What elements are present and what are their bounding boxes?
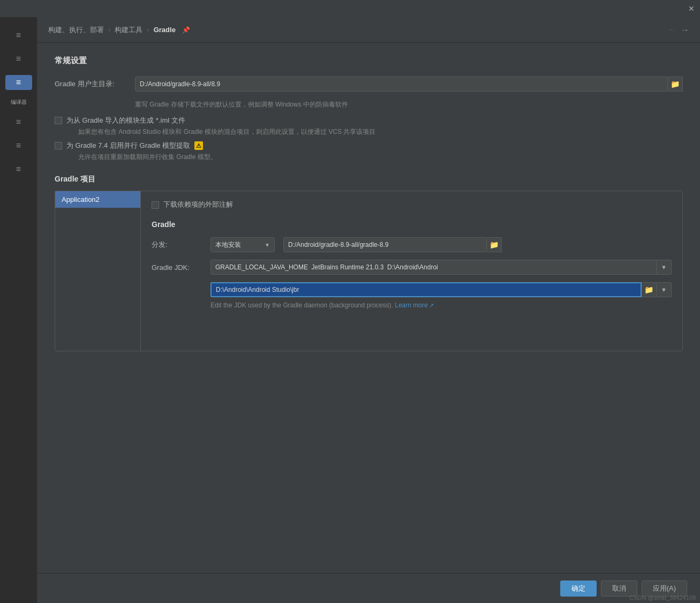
- settings-content: 常规设置 Gradle 用户主目录: 📁 重写 Gradle 存储下载文件的默认…: [37, 43, 700, 573]
- gradle-projects-title: Gradle 项目: [55, 175, 683, 184]
- gradle-home-label: Gradle 用户主目录:: [55, 79, 135, 89]
- breadcrumb-part1: 构建、执行、部署: [48, 25, 104, 35]
- sidebar-item-6[interactable]: ≡: [5, 162, 32, 177]
- gradle-projects-section: Gradle 项目 Application2 下载依赖项的外部注解: [55, 175, 683, 351]
- breadcrumb-sep1: ›: [108, 26, 110, 34]
- breadcrumb-sep2: ›: [147, 26, 149, 34]
- sidebar: ≡ ≡ ≡ 编译器 ≡ ≡ ≡: [0, 17, 37, 603]
- jdk-info-text: Edit the JDK used by the Gradle daemon (…: [210, 302, 672, 309]
- checkbox2-row: 为 Gradle 7.4 启用并行 Gradle 模型提取 ⚠ 允许在项目重新加…: [55, 141, 683, 162]
- download-annotations-label: 下载依赖项的外部注解: [163, 200, 233, 209]
- distribution-path-input[interactable]: [283, 237, 487, 252]
- gradle-home-browse-button[interactable]: 📁: [668, 77, 683, 92]
- external-link-icon: ↗: [429, 302, 434, 308]
- gradle-subsection-title: Gradle: [152, 220, 672, 229]
- project-list: Application2: [55, 191, 141, 351]
- cancel-button[interactable]: 取消: [601, 581, 637, 597]
- distribution-row: 分发: 本地安装 ▼ 📁: [152, 237, 672, 252]
- main-layout: ≡ ≡ ≡ 编译器 ≡ ≡ ≡ 构建、执行、部署 › 构建工具 › Gradle…: [0, 17, 700, 603]
- checkbox2[interactable]: [55, 142, 62, 149]
- project-item-app2[interactable]: Application2: [55, 191, 140, 208]
- checkbox1-row: 为从 Gradle 导入的模块生成 *.iml 文件 如果您有包含 Androi…: [55, 116, 683, 137]
- ok-button[interactable]: 确定: [560, 581, 597, 597]
- sidebar-label-compiler: 编译器: [3, 99, 35, 106]
- breadcrumb-bar: 构建、执行、部署 › 构建工具 › Gradle 📌 ← →: [37, 17, 700, 43]
- gradle-home-input-group: 📁: [135, 77, 683, 92]
- distribution-path-group: 📁: [283, 237, 502, 252]
- distribution-label: 分发:: [152, 240, 210, 250]
- checkbox1-label: 为从 Gradle 导入的模块生成 *.iml 文件: [66, 116, 375, 125]
- distribution-select[interactable]: 本地安装 ▼: [210, 237, 275, 252]
- breadcrumb-part2: 构建工具: [115, 25, 142, 35]
- sidebar-item-3[interactable]: ≡: [5, 75, 32, 90]
- gradle-jdk-row: Gradle JDK: ▼: [152, 260, 672, 275]
- learn-more-link[interactable]: Learn more↗: [395, 302, 433, 309]
- checkbox1-container: 为从 Gradle 导入的模块生成 *.iml 文件 如果您有包含 Androi…: [55, 116, 375, 137]
- gradle-projects-layout: Application2 下载依赖项的外部注解 Gradle: [55, 191, 683, 351]
- nav-arrows: ← →: [668, 25, 689, 35]
- gradle-home-hint: 重写 Gradle 存储下载文件的默认位置，例如调整 Windows 中的防病毒…: [135, 100, 683, 109]
- jdk-path-input[interactable]: [210, 282, 642, 297]
- sidebar-item-4[interactable]: ≡: [5, 115, 32, 130]
- jdk-path-dropdown-button[interactable]: ▼: [657, 282, 672, 297]
- watermark: CSDN @sinat_38424109: [629, 594, 696, 601]
- distribution-browse-button[interactable]: 📁: [487, 237, 502, 252]
- gradle-home-input[interactable]: [135, 77, 668, 92]
- distribution-value: 本地安装: [215, 240, 241, 250]
- gradle-jdk-dropdown-button[interactable]: ▼: [657, 260, 672, 275]
- checkbox2-label: 为 Gradle 7.4 启用并行 Gradle 模型提取 ⚠: [66, 141, 217, 150]
- sidebar-item-2[interactable]: ≡: [5, 51, 32, 66]
- checkbox1-hint: 如果您有包含 Android Studio 模块和 Gradle 模块的混合项目…: [78, 127, 375, 137]
- gradle-jdk-label: Gradle JDK:: [152, 263, 210, 272]
- close-button[interactable]: ✕: [687, 4, 696, 13]
- download-annotations-checkbox[interactable]: [152, 201, 159, 209]
- checkbox1[interactable]: [55, 117, 62, 124]
- sidebar-item-1[interactable]: ≡: [5, 28, 32, 43]
- breadcrumb-current: Gradle: [154, 26, 176, 34]
- pin-icon[interactable]: 📌: [182, 26, 190, 34]
- nav-forward-button[interactable]: →: [681, 25, 689, 35]
- checkbox2-container: 为 Gradle 7.4 启用并行 Gradle 模型提取 ⚠ 允许在项目重新加…: [55, 141, 217, 162]
- title-bar: ✕: [0, 0, 700, 17]
- bottom-bar: 确定 取消 应用(A): [37, 573, 700, 603]
- checkbox2-hint: 允许在项目重新加载期间并行收集 Gradle 模型。: [78, 153, 217, 162]
- sidebar-item-5[interactable]: ≡: [5, 138, 32, 153]
- warning-icon: ⚠: [194, 141, 203, 150]
- distribution-controls: 本地安装 ▼ 📁: [210, 237, 502, 252]
- content-area: 构建、执行、部署 › 构建工具 › Gradle 📌 ← → 常规设置 Grad…: [37, 17, 700, 603]
- gradle-home-row: Gradle 用户主目录: 📁: [55, 77, 683, 92]
- project-settings: 下载依赖项的外部注解 Gradle 分发: 本地安装 ▼: [141, 191, 682, 351]
- general-settings-title: 常规设置: [55, 56, 683, 66]
- gradle-jdk-input[interactable]: [210, 260, 657, 275]
- dropdown-arrow-icon: ▼: [265, 242, 270, 248]
- apply-button[interactable]: 应用(A): [642, 581, 687, 597]
- nav-back-button[interactable]: ←: [668, 25, 676, 35]
- download-annotations-row: 下载依赖项的外部注解: [152, 200, 672, 209]
- jdk-path-browse-button[interactable]: 📁: [642, 282, 657, 297]
- jdk-path-row: 📁 ▼: [210, 282, 672, 297]
- gradle-jdk-input-group: ▼: [210, 260, 672, 275]
